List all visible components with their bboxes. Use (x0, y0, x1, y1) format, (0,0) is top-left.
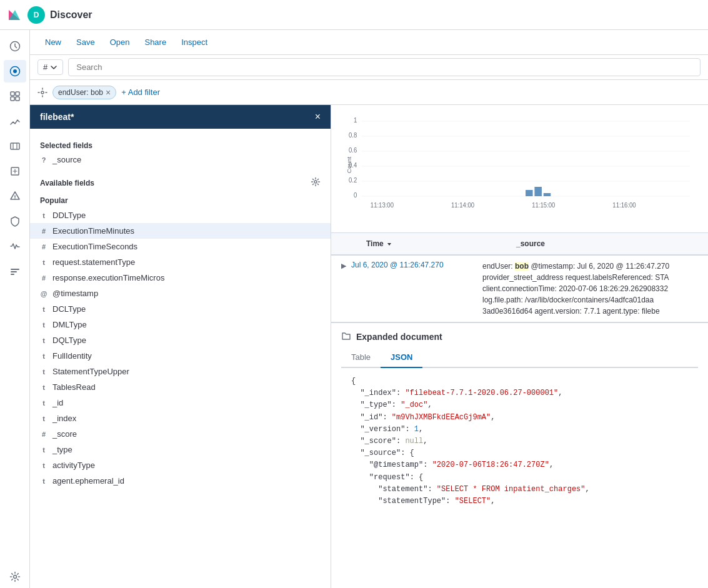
sidebar-content: Selected fields ? _source Available fiel… (30, 129, 331, 588)
list-item[interactable]: # ExecutionTimeSeconds (30, 239, 331, 254)
filter-tag-close[interactable]: × (106, 87, 111, 97)
available-fields-settings-button[interactable] (311, 177, 321, 189)
field-type-indicator: t (40, 259, 47, 266)
svg-point-4 (13, 69, 17, 73)
add-filter-button[interactable]: + Add filter (121, 87, 160, 97)
list-item[interactable]: t DMLType (30, 317, 331, 332)
expanded-doc-title: Expanded document (356, 332, 442, 342)
table-row-header: ▶ Jul 6, 2020 @ 11:26:47.270 endUser: bo… (331, 256, 708, 322)
search-input[interactable] (68, 58, 701, 76)
field-type-indicator: t (40, 415, 47, 422)
logo-area: D Discover (7, 6, 92, 24)
search-bar: # (30, 55, 708, 80)
field-type-indicator: ? (40, 156, 47, 164)
list-item[interactable]: @ @timestamp (30, 286, 331, 301)
selected-fields-section: ? _source (30, 152, 331, 172)
field-type-indicator: t (40, 477, 47, 485)
save-button[interactable]: Save (71, 35, 100, 49)
table-area: Time _source ▶ Jul 6, 2020 @ 11:26:47.27… (331, 233, 708, 588)
app-title: Discover (50, 9, 92, 21)
popular-section-title: Popular (30, 191, 331, 207)
available-fields-header: Available fields (30, 172, 331, 191)
field-name: _type (52, 445, 72, 454)
field-type-indicator: t (40, 337, 47, 344)
svg-rect-12 (11, 271, 17, 272)
list-item[interactable]: t DCLType (30, 301, 331, 317)
nav-settings-button[interactable] (4, 566, 26, 588)
full-layout: New Save Open Share Inspect # endUser (0, 30, 708, 588)
field-name: DCLType (52, 304, 86, 314)
list-item[interactable]: t StatementTypeUpper (30, 364, 331, 379)
list-item[interactable]: t _id (30, 395, 331, 411)
list-item[interactable]: # ExecutionTimeMinutes (30, 223, 331, 239)
body-area: New Save Open Share Inspect # endUser (30, 30, 708, 588)
nav-monitoring-button[interactable] (4, 235, 26, 257)
nav-discover-button[interactable] (4, 60, 26, 82)
sidebar-close-button[interactable]: × (315, 111, 321, 122)
list-item[interactable]: t FullIdentity (30, 348, 331, 364)
time-column-header[interactable]: Time (356, 233, 506, 254)
tab-json[interactable]: JSON (381, 347, 422, 368)
field-type-indicator: t (40, 399, 47, 407)
field-name: FullIdentity (52, 351, 92, 361)
row-expand-button[interactable]: ▶ (341, 262, 346, 270)
chart-area: 1 0.8 0.6 0.4 0.2 0 Count (331, 105, 708, 233)
available-fields-title: Available fields (40, 179, 94, 187)
folder-icon (341, 331, 351, 342)
field-name: _source (52, 155, 81, 164)
nav-maps-button[interactable] (4, 135, 26, 157)
nav-canvas-button[interactable] (4, 160, 26, 182)
field-name: ExecutionTimeMinutes (52, 226, 134, 236)
svg-rect-31 (534, 187, 541, 196)
field-type-indicator: t (40, 462, 47, 469)
svg-text:1: 1 (354, 117, 357, 124)
nav-dev-tools-button[interactable] (4, 260, 26, 282)
gear-icon (311, 177, 321, 187)
svg-text:0.6: 0.6 (349, 147, 357, 154)
nav-alerts-button[interactable] (4, 185, 26, 207)
row-source: endUser: bob @timestamp: Jul 6, 2020 @ 1… (482, 261, 698, 317)
field-name: _id (52, 398, 63, 407)
open-button[interactable]: Open (105, 35, 135, 49)
list-item[interactable]: t DDLType (30, 207, 331, 223)
list-item[interactable]: # response.executionTimeMicros (30, 270, 331, 286)
field-name: _score (52, 429, 77, 439)
index-selector[interactable]: # (37, 59, 63, 75)
filter-settings-button[interactable] (37, 87, 47, 97)
field-name: request.statementType (52, 257, 135, 267)
list-item[interactable]: ? _source (40, 152, 321, 167)
filter-tag-enduser[interactable]: endUser: bob × (52, 86, 116, 99)
main-content: filebeat* × Selected fields ? _source Av… (30, 105, 708, 588)
svg-rect-30 (526, 190, 532, 196)
list-item[interactable]: t request.statementType (30, 254, 331, 270)
list-item[interactable]: t activityType (30, 457, 331, 473)
nav-clock-button[interactable] (4, 35, 26, 57)
svg-rect-5 (11, 92, 14, 96)
list-item[interactable]: t _index (30, 411, 331, 426)
field-name: DDLType (52, 211, 86, 220)
svg-rect-13 (11, 274, 14, 275)
tab-table[interactable]: Table (341, 347, 381, 368)
list-item[interactable]: t DQLType (30, 332, 331, 348)
svg-rect-7 (11, 97, 14, 101)
list-item[interactable]: t TablesRead (30, 379, 331, 395)
table-header: Time _source (331, 233, 708, 256)
new-button[interactable]: New (40, 35, 66, 49)
field-name: TablesRead (52, 382, 96, 392)
share-button[interactable]: Share (139, 35, 171, 49)
field-type-indicator: # (40, 431, 47, 438)
inspect-button[interactable]: Inspect (176, 35, 212, 49)
left-nav (0, 30, 30, 588)
field-type-indicator: t (40, 352, 47, 360)
tabs-row: Table JSON (341, 347, 698, 368)
index-symbol: # (43, 62, 47, 72)
list-item[interactable]: # _score (30, 426, 331, 442)
nav-siem-button[interactable] (4, 210, 26, 232)
nav-dashboard-button[interactable] (4, 85, 26, 107)
filter-bar: endUser: bob × + Add filter (30, 80, 708, 105)
nav-visualize-button[interactable] (4, 110, 26, 132)
list-item[interactable]: t _type (30, 442, 331, 457)
svg-text:11:15:00: 11:15:00 (532, 202, 556, 209)
list-item[interactable]: t agent.ephemeral_id (30, 473, 331, 489)
svg-rect-6 (16, 92, 19, 96)
